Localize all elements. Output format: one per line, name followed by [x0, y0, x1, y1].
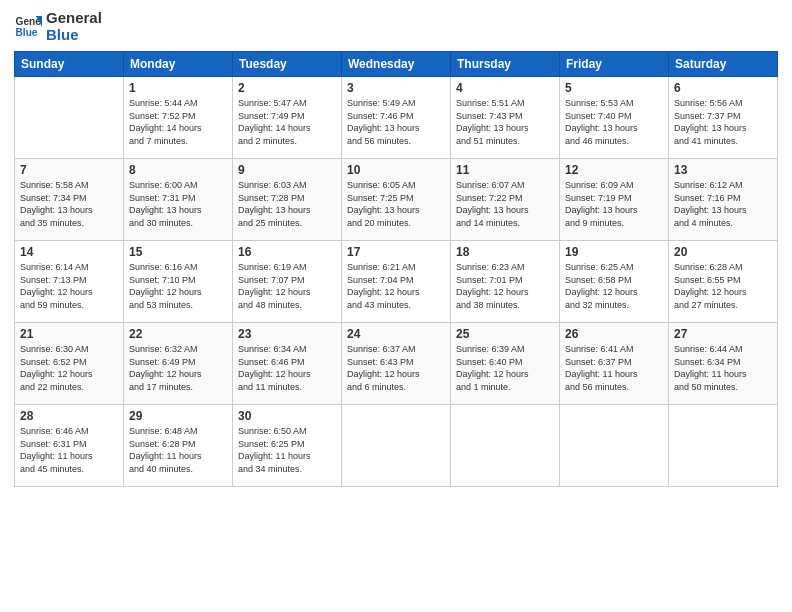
calendar-cell: 20Sunrise: 6:28 AM Sunset: 6:55 PM Dayli… [669, 241, 778, 323]
svg-text:Blue: Blue [16, 27, 38, 38]
calendar-cell: 21Sunrise: 6:30 AM Sunset: 6:52 PM Dayli… [15, 323, 124, 405]
day-info: Sunrise: 6:07 AM Sunset: 7:22 PM Dayligh… [456, 179, 554, 229]
day-info: Sunrise: 6:19 AM Sunset: 7:07 PM Dayligh… [238, 261, 336, 311]
week-row-2: 14Sunrise: 6:14 AM Sunset: 7:13 PM Dayli… [15, 241, 778, 323]
day-info: Sunrise: 6:30 AM Sunset: 6:52 PM Dayligh… [20, 343, 118, 393]
day-info: Sunrise: 6:48 AM Sunset: 6:28 PM Dayligh… [129, 425, 227, 475]
logo-icon: General Blue [14, 13, 42, 41]
calendar-cell: 11Sunrise: 6:07 AM Sunset: 7:22 PM Dayli… [451, 159, 560, 241]
calendar-cell: 15Sunrise: 6:16 AM Sunset: 7:10 PM Dayli… [124, 241, 233, 323]
day-info: Sunrise: 5:44 AM Sunset: 7:52 PM Dayligh… [129, 97, 227, 147]
calendar-cell: 7Sunrise: 5:58 AM Sunset: 7:34 PM Daylig… [15, 159, 124, 241]
header-cell-friday: Friday [560, 52, 669, 77]
calendar-cell: 12Sunrise: 6:09 AM Sunset: 7:19 PM Dayli… [560, 159, 669, 241]
calendar-cell: 14Sunrise: 6:14 AM Sunset: 7:13 PM Dayli… [15, 241, 124, 323]
day-info: Sunrise: 6:25 AM Sunset: 6:58 PM Dayligh… [565, 261, 663, 311]
day-number: 11 [456, 163, 554, 177]
calendar-cell: 5Sunrise: 5:53 AM Sunset: 7:40 PM Daylig… [560, 77, 669, 159]
day-info: Sunrise: 5:51 AM Sunset: 7:43 PM Dayligh… [456, 97, 554, 147]
day-number: 28 [20, 409, 118, 423]
header-row: SundayMondayTuesdayWednesdayThursdayFrid… [15, 52, 778, 77]
day-number: 12 [565, 163, 663, 177]
day-number: 27 [674, 327, 772, 341]
day-number: 14 [20, 245, 118, 259]
day-info: Sunrise: 6:46 AM Sunset: 6:31 PM Dayligh… [20, 425, 118, 475]
calendar-cell: 25Sunrise: 6:39 AM Sunset: 6:40 PM Dayli… [451, 323, 560, 405]
day-number: 15 [129, 245, 227, 259]
day-number: 24 [347, 327, 445, 341]
logo-wordmark: General Blue [46, 10, 102, 43]
day-number: 21 [20, 327, 118, 341]
day-info: Sunrise: 6:50 AM Sunset: 6:25 PM Dayligh… [238, 425, 336, 475]
calendar-cell [560, 405, 669, 487]
day-info: Sunrise: 6:32 AM Sunset: 6:49 PM Dayligh… [129, 343, 227, 393]
header-cell-saturday: Saturday [669, 52, 778, 77]
calendar-cell: 23Sunrise: 6:34 AM Sunset: 6:46 PM Dayli… [233, 323, 342, 405]
calendar-cell: 8Sunrise: 6:00 AM Sunset: 7:31 PM Daylig… [124, 159, 233, 241]
day-info: Sunrise: 5:49 AM Sunset: 7:46 PM Dayligh… [347, 97, 445, 147]
calendar-cell: 16Sunrise: 6:19 AM Sunset: 7:07 PM Dayli… [233, 241, 342, 323]
calendar-cell [15, 77, 124, 159]
calendar-cell: 29Sunrise: 6:48 AM Sunset: 6:28 PM Dayli… [124, 405, 233, 487]
day-number: 1 [129, 81, 227, 95]
day-info: Sunrise: 5:58 AM Sunset: 7:34 PM Dayligh… [20, 179, 118, 229]
page: General Blue General Blue SundayMondayTu… [0, 0, 792, 612]
day-number: 8 [129, 163, 227, 177]
day-number: 6 [674, 81, 772, 95]
header-cell-wednesday: Wednesday [342, 52, 451, 77]
week-row-0: 1Sunrise: 5:44 AM Sunset: 7:52 PM Daylig… [15, 77, 778, 159]
day-info: Sunrise: 6:03 AM Sunset: 7:28 PM Dayligh… [238, 179, 336, 229]
calendar-cell [342, 405, 451, 487]
day-number: 3 [347, 81, 445, 95]
header-cell-tuesday: Tuesday [233, 52, 342, 77]
calendar-table: SundayMondayTuesdayWednesdayThursdayFrid… [14, 51, 778, 487]
day-info: Sunrise: 6:21 AM Sunset: 7:04 PM Dayligh… [347, 261, 445, 311]
day-number: 22 [129, 327, 227, 341]
day-number: 26 [565, 327, 663, 341]
week-row-4: 28Sunrise: 6:46 AM Sunset: 6:31 PM Dayli… [15, 405, 778, 487]
day-info: Sunrise: 5:47 AM Sunset: 7:49 PM Dayligh… [238, 97, 336, 147]
calendar-cell [451, 405, 560, 487]
day-info: Sunrise: 6:28 AM Sunset: 6:55 PM Dayligh… [674, 261, 772, 311]
day-number: 9 [238, 163, 336, 177]
day-number: 4 [456, 81, 554, 95]
header-cell-thursday: Thursday [451, 52, 560, 77]
day-info: Sunrise: 6:41 AM Sunset: 6:37 PM Dayligh… [565, 343, 663, 393]
calendar-cell: 27Sunrise: 6:44 AM Sunset: 6:34 PM Dayli… [669, 323, 778, 405]
day-number: 25 [456, 327, 554, 341]
header-cell-sunday: Sunday [15, 52, 124, 77]
day-info: Sunrise: 5:53 AM Sunset: 7:40 PM Dayligh… [565, 97, 663, 147]
calendar-cell: 30Sunrise: 6:50 AM Sunset: 6:25 PM Dayli… [233, 405, 342, 487]
calendar-cell: 9Sunrise: 6:03 AM Sunset: 7:28 PM Daylig… [233, 159, 342, 241]
logo: General Blue General Blue [14, 10, 102, 43]
day-number: 17 [347, 245, 445, 259]
calendar-cell: 4Sunrise: 5:51 AM Sunset: 7:43 PM Daylig… [451, 77, 560, 159]
day-number: 23 [238, 327, 336, 341]
day-number: 30 [238, 409, 336, 423]
calendar-cell: 26Sunrise: 6:41 AM Sunset: 6:37 PM Dayli… [560, 323, 669, 405]
day-info: Sunrise: 6:34 AM Sunset: 6:46 PM Dayligh… [238, 343, 336, 393]
day-number: 7 [20, 163, 118, 177]
day-number: 2 [238, 81, 336, 95]
day-info: Sunrise: 6:23 AM Sunset: 7:01 PM Dayligh… [456, 261, 554, 311]
calendar-cell: 28Sunrise: 6:46 AM Sunset: 6:31 PM Dayli… [15, 405, 124, 487]
day-info: Sunrise: 6:14 AM Sunset: 7:13 PM Dayligh… [20, 261, 118, 311]
calendar-cell: 17Sunrise: 6:21 AM Sunset: 7:04 PM Dayli… [342, 241, 451, 323]
day-info: Sunrise: 6:39 AM Sunset: 6:40 PM Dayligh… [456, 343, 554, 393]
day-number: 29 [129, 409, 227, 423]
week-row-1: 7Sunrise: 5:58 AM Sunset: 7:34 PM Daylig… [15, 159, 778, 241]
day-number: 19 [565, 245, 663, 259]
day-info: Sunrise: 6:37 AM Sunset: 6:43 PM Dayligh… [347, 343, 445, 393]
day-info: Sunrise: 6:09 AM Sunset: 7:19 PM Dayligh… [565, 179, 663, 229]
day-number: 20 [674, 245, 772, 259]
day-info: Sunrise: 6:44 AM Sunset: 6:34 PM Dayligh… [674, 343, 772, 393]
day-number: 16 [238, 245, 336, 259]
day-info: Sunrise: 6:16 AM Sunset: 7:10 PM Dayligh… [129, 261, 227, 311]
day-info: Sunrise: 6:05 AM Sunset: 7:25 PM Dayligh… [347, 179, 445, 229]
calendar-cell: 18Sunrise: 6:23 AM Sunset: 7:01 PM Dayli… [451, 241, 560, 323]
calendar-cell: 2Sunrise: 5:47 AM Sunset: 7:49 PM Daylig… [233, 77, 342, 159]
day-info: Sunrise: 6:00 AM Sunset: 7:31 PM Dayligh… [129, 179, 227, 229]
calendar-cell: 1Sunrise: 5:44 AM Sunset: 7:52 PM Daylig… [124, 77, 233, 159]
week-row-3: 21Sunrise: 6:30 AM Sunset: 6:52 PM Dayli… [15, 323, 778, 405]
day-info: Sunrise: 5:56 AM Sunset: 7:37 PM Dayligh… [674, 97, 772, 147]
